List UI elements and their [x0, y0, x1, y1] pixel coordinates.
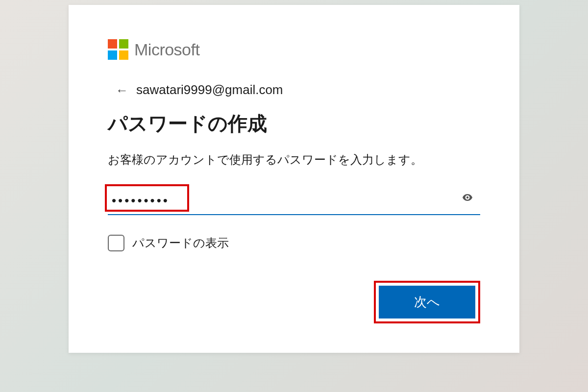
password-field-wrap [108, 187, 480, 215]
page-description: お客様のアカウントで使用するパスワードを入力します。 [108, 152, 480, 168]
signup-card: Microsoft ← sawatari9999@gmail.com パスワード… [69, 5, 519, 353]
account-email: sawatari9999@gmail.com [136, 82, 283, 98]
show-password-label: パスワードの表示 [132, 235, 229, 251]
brand-row: Microsoft [108, 39, 480, 60]
microsoft-logo-icon [108, 39, 128, 60]
password-input[interactable] [108, 187, 480, 215]
identity-row: ← sawatari9999@gmail.com [116, 82, 480, 98]
show-password-checkbox[interactable] [108, 235, 124, 251]
page-title: パスワードの作成 [108, 110, 480, 137]
next-button[interactable]: 次へ [379, 286, 475, 318]
button-row: 次へ [108, 281, 480, 323]
svg-point-0 [466, 196, 468, 198]
brand-name: Microsoft [134, 40, 199, 59]
show-password-row: パスワードの表示 [108, 235, 480, 251]
back-arrow-icon[interactable]: ← [116, 84, 128, 97]
next-button-highlight-box: 次へ [374, 281, 480, 323]
reveal-password-icon[interactable] [463, 194, 472, 203]
